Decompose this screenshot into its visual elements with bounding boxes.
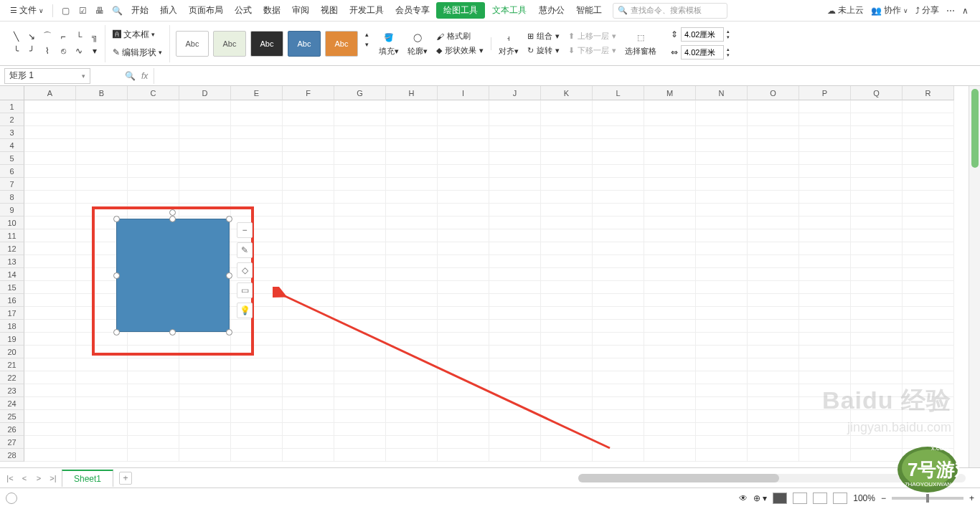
cell[interactable]: [593, 204, 644, 217]
cell[interactable]: [283, 229, 334, 242]
cell[interactable]: [386, 346, 438, 358]
col-header-R[interactable]: R: [903, 86, 954, 100]
cell[interactable]: [489, 423, 541, 436]
cell[interactable]: [748, 268, 799, 281]
cell[interactable]: [799, 371, 851, 384]
cell[interactable]: [696, 281, 748, 294]
cell[interactable]: [903, 320, 954, 333]
cell[interactable]: [851, 242, 903, 255]
cell[interactable]: [593, 320, 644, 333]
cell[interactable]: [748, 384, 799, 397]
cell[interactable]: [179, 346, 231, 358]
cell[interactable]: [76, 371, 128, 384]
cell[interactable]: [438, 358, 489, 371]
cell[interactable]: [334, 384, 386, 397]
cell[interactable]: [799, 436, 851, 449]
cell[interactable]: [489, 229, 541, 242]
cell[interactable]: [283, 346, 334, 358]
format-brush-button[interactable]: 🖌格式刷: [436, 31, 484, 42]
cell[interactable]: [748, 255, 799, 268]
cell[interactable]: [24, 423, 76, 436]
cell[interactable]: [283, 333, 334, 346]
style-down-icon[interactable]: ▾: [365, 41, 369, 48]
cell[interactable]: [696, 397, 748, 410]
line-arrow-icon[interactable]: ↘: [26, 31, 37, 42]
style-3[interactable]: Abc: [250, 31, 283, 57]
resize-handle-w[interactable]: [113, 272, 120, 279]
tab-member[interactable]: 会员专享: [390, 2, 435, 19]
cell[interactable]: [644, 255, 696, 268]
cell[interactable]: [644, 178, 696, 191]
row-header-1[interactable]: 1: [0, 100, 24, 113]
cell[interactable]: [76, 191, 128, 204]
cell[interactable]: [489, 178, 541, 191]
cell[interactable]: [76, 333, 128, 346]
cell[interactable]: [696, 242, 748, 255]
cell[interactable]: [128, 100, 179, 113]
elbow3-icon[interactable]: ╗: [89, 31, 100, 42]
cell[interactable]: [179, 139, 231, 152]
cell[interactable]: [179, 449, 231, 462]
row-header-21[interactable]: 21: [0, 358, 24, 371]
view-pagelayout[interactable]: [793, 493, 807, 504]
cell[interactable]: [489, 346, 541, 358]
cell[interactable]: [128, 423, 179, 436]
target-icon[interactable]: ⊕ ▾: [753, 493, 767, 503]
cell[interactable]: [593, 139, 644, 152]
rotate-button[interactable]: ↻旋转▾: [527, 45, 560, 56]
cell[interactable]: [644, 113, 696, 126]
cell[interactable]: [541, 358, 593, 371]
cell[interactable]: [644, 333, 696, 346]
row-header-15[interactable]: 15: [0, 281, 24, 294]
cell[interactable]: [903, 346, 954, 358]
row-header-16[interactable]: 16: [0, 294, 24, 307]
fill-dropdown[interactable]: 🪣 填充▾: [374, 31, 403, 57]
cell[interactable]: [438, 333, 489, 346]
formula-input[interactable]: [154, 68, 943, 84]
cell[interactable]: [748, 346, 799, 358]
cell[interactable]: [438, 217, 489, 229]
curve-icon[interactable]: ⌒: [42, 31, 53, 42]
selection-pane-button[interactable]: ⬚ 选择窗格: [621, 31, 661, 57]
cell[interactable]: [24, 255, 76, 268]
cell[interactable]: [851, 165, 903, 178]
cell[interactable]: [851, 307, 903, 320]
col-header-N[interactable]: N: [696, 86, 748, 100]
cell[interactable]: [334, 436, 386, 449]
tab-nav-next[interactable]: >: [33, 472, 44, 484]
cell[interactable]: [696, 384, 748, 397]
resize-handle-se[interactable]: [226, 329, 232, 336]
cell[interactable]: [179, 410, 231, 423]
collapse-icon[interactable]: ∧: [962, 6, 969, 16]
cell[interactable]: [748, 152, 799, 165]
cell[interactable]: [231, 126, 283, 139]
cell[interactable]: [593, 165, 644, 178]
cell[interactable]: [593, 449, 644, 462]
cell[interactable]: [231, 320, 283, 333]
textbox-button[interactable]: 🅰文本框▾: [110, 27, 165, 42]
cell[interactable]: [696, 449, 748, 462]
cell[interactable]: [489, 113, 541, 126]
cell[interactable]: [541, 371, 593, 384]
cell[interactable]: [283, 423, 334, 436]
cell[interactable]: [438, 307, 489, 320]
cell[interactable]: [179, 371, 231, 384]
cell[interactable]: [438, 320, 489, 333]
cell[interactable]: [489, 333, 541, 346]
row-header-12[interactable]: 12: [0, 242, 24, 255]
cell[interactable]: [128, 358, 179, 371]
row-header-19[interactable]: 19: [0, 333, 24, 346]
cell[interactable]: [334, 242, 386, 255]
zoom-slider[interactable]: [892, 497, 963, 500]
cell[interactable]: [334, 423, 386, 436]
cell[interactable]: [283, 436, 334, 449]
cell[interactable]: [696, 204, 748, 217]
cell[interactable]: [541, 320, 593, 333]
add-sheet-button[interactable]: +: [119, 472, 132, 485]
style-up-icon[interactable]: ▴: [365, 31, 369, 38]
cell[interactable]: [334, 229, 386, 242]
cell[interactable]: [76, 397, 128, 410]
cell[interactable]: [696, 113, 748, 126]
cell[interactable]: [24, 165, 76, 178]
conn4-icon[interactable]: ⎋: [57, 45, 69, 57]
